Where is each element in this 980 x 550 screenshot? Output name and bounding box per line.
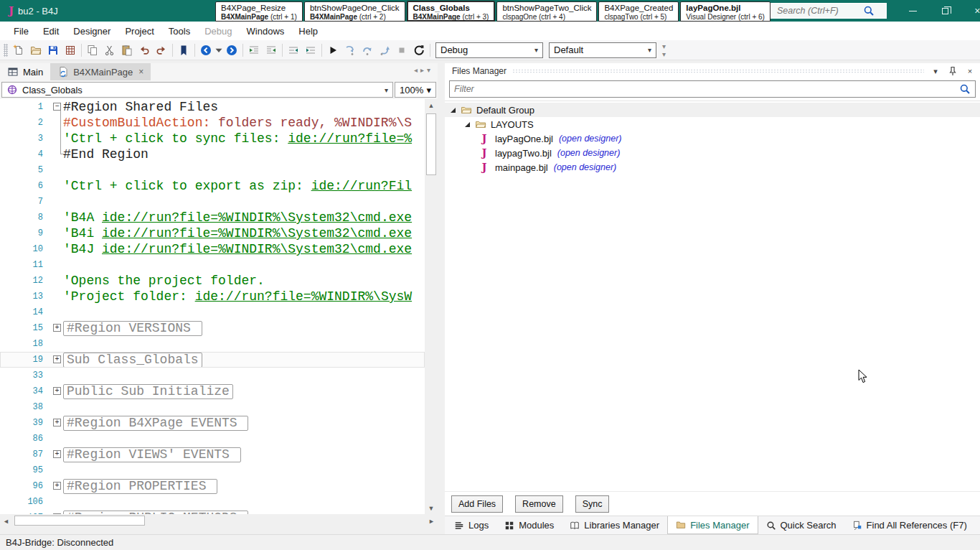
expand-icon[interactable]: + <box>53 513 61 514</box>
bookmark-tab-5[interactable]: B4XPage_CreatedclspagTwo (ctrl + 5) <box>598 1 679 22</box>
scroll-down-arrow[interactable]: ▼ <box>425 502 438 514</box>
code-line-14[interactable]: 14 <box>0 304 425 320</box>
code-line-19[interactable]: 19+Sub Class_Globals <box>0 352 425 368</box>
indent-button[interactable] <box>245 42 263 59</box>
code-line-106[interactable]: 106 <box>0 494 425 510</box>
code-line-95[interactable]: 95 <box>0 462 425 478</box>
code-line-39[interactable]: 39+#Region B4XPage EVENTS <box>0 415 425 431</box>
code-line-34[interactable]: 34+Public Sub Initialize <box>0 383 425 399</box>
code-line-7[interactable]: 7 <box>0 194 425 210</box>
build-config-select[interactable]: Debug▾ <box>435 42 543 58</box>
open-designer-link[interactable]: (open designer) <box>554 162 617 172</box>
menu-designer[interactable]: Designer <box>67 23 117 39</box>
expand-icon[interactable]: + <box>53 482 61 490</box>
bookmark-tab-1[interactable]: B4XPage_ResizeB4XMainPage (ctrl + 1) <box>215 1 303 22</box>
filter-input[interactable] <box>454 84 959 94</box>
expander-icon[interactable] <box>451 108 456 113</box>
module-selector-dropdown[interactable]: Class_Globals ▾ <box>1 82 393 98</box>
code-line-6[interactable]: 6'Ctrl + click to export as zip: ide://r… <box>0 178 425 194</box>
bottom-tab-modules[interactable]: Modules <box>496 516 562 534</box>
scroll-up-arrow[interactable]: ▲ <box>425 99 438 111</box>
redo-button[interactable] <box>153 42 170 59</box>
expand-icon[interactable]: + <box>53 387 61 395</box>
code-line-86[interactable]: 86 <box>0 431 425 447</box>
vertical-scroll-thumb[interactable] <box>426 113 436 175</box>
tab-nav-arrows[interactable]: ◂▸▾ <box>414 66 433 74</box>
horizontal-scroll-thumb[interactable] <box>14 516 145 526</box>
expand-icon[interactable]: + <box>53 419 61 427</box>
code-line-11[interactable]: 11 <box>0 257 425 273</box>
menu-edit[interactable]: Edit <box>37 23 65 39</box>
forward-button[interactable] <box>223 42 240 59</box>
tree-item-layouts[interactable]: LAYOUTS <box>445 117 980 131</box>
ide-run-link[interactable]: ide://run?file=%WINDIR%\System32\cmd.exe <box>102 210 412 225</box>
collapsed-region-box[interactable]: #Region VERSIONS <box>63 321 202 336</box>
bookmark-tab-6[interactable]: layPagOne.bjlVisual Designer (ctrl + 6) <box>680 1 771 22</box>
expand-icon[interactable]: + <box>53 324 61 332</box>
undo-button[interactable] <box>136 42 153 59</box>
expand-icon[interactable]: + <box>53 355 61 363</box>
bookmark-button[interactable] <box>175 42 192 59</box>
panel-grip[interactable] <box>512 69 924 73</box>
back-button[interactable] <box>197 42 215 59</box>
menu-tools[interactable]: Tools <box>162 23 197 39</box>
code-line-15[interactable]: 15+#Region VERSIONS <box>0 320 425 336</box>
editor-horizontal-scrollbar[interactable]: ◄ ► <box>0 515 438 527</box>
collapsed-region-box[interactable]: Sub Class_Globals <box>63 353 202 368</box>
ide-run-link[interactable]: ide://run?file=%WINDIR%\SysW <box>195 289 412 304</box>
bottom-tab-find-all-references-f7-[interactable]: Find All References (F7) <box>844 516 975 534</box>
bottom-tab-quick-search[interactable]: Quick Search <box>758 516 844 534</box>
tab-close-icon[interactable]: × <box>138 67 143 77</box>
tree-item-laypagone-bjl[interactable]: JlayPagOne.bjl(open designer) <box>445 131 980 146</box>
bottom-tab-files-manager[interactable]: Files Manager <box>667 516 758 534</box>
ide-run-link[interactable]: ide://run?Fil <box>311 179 412 193</box>
code-line-107[interactable]: 107+#Region PUBLIC METHODS <box>0 510 425 514</box>
close-button[interactable]: × <box>961 0 980 22</box>
collapse-icon[interactable]: − <box>53 103 61 111</box>
panel-close-icon[interactable]: × <box>964 67 976 75</box>
menu-project[interactable]: Project <box>118 23 160 39</box>
caret-down-button[interactable] <box>215 42 223 59</box>
sync-button[interactable]: Sync <box>575 495 610 513</box>
rebuild-button[interactable] <box>410 42 428 59</box>
code-line-13[interactable]: 13'Project folder: ide://run?file=%WINDI… <box>0 289 425 304</box>
step-over-button[interactable] <box>359 42 376 59</box>
run-button[interactable] <box>324 42 341 59</box>
tree-item-mainpage-bjl[interactable]: Jmainpage.bjl(open designer) <box>445 160 980 174</box>
search-input[interactable] <box>777 6 863 16</box>
editor-tab-b4xmainpage[interactable]: B4XMainPage× <box>50 63 151 80</box>
titlebar-search[interactable] <box>771 3 887 19</box>
expand-icon[interactable]: + <box>53 450 61 458</box>
comment-add-button[interactable] <box>285 42 302 59</box>
zoom-dropdown[interactable]: 100% ▾ <box>395 82 436 98</box>
code-line-38[interactable]: 38 <box>0 399 425 415</box>
editor-vertical-scrollbar[interactable]: ▲ ▼ <box>425 99 438 514</box>
filter-box[interactable] <box>449 80 976 98</box>
open-folder-button[interactable] <box>27 42 44 59</box>
code-line-18[interactable]: 18 <box>0 336 425 352</box>
remove-button[interactable]: Remove <box>515 495 563 513</box>
code-line-33[interactable]: 33 <box>0 368 425 383</box>
open-designer-link[interactable]: (open designer) <box>557 148 621 158</box>
collapsed-region-box[interactable]: #Region VIEWS' EVENTS <box>63 447 241 462</box>
search-icon[interactable] <box>863 5 875 17</box>
menu-file[interactable]: File <box>7 23 35 39</box>
code-line-5[interactable]: 5 <box>0 162 425 178</box>
tree-item-laypagtwo-bjl[interactable]: JlaypagTwo.bjl(open designer) <box>445 146 980 160</box>
files-manager-header[interactable]: Files Manager ▾ × <box>445 63 980 79</box>
pin-icon[interactable] <box>947 65 958 77</box>
code-line-87[interactable]: 87+#Region VIEWS' EVENTS <box>0 447 425 462</box>
menu-windows[interactable]: Windows <box>240 23 291 39</box>
code-line-10[interactable]: 10'B4J ide://run?file=%WINDIR%\System32\… <box>0 241 425 257</box>
code-editor[interactable]: 1−#Region Shared Files2#CustomBuildActio… <box>0 99 438 514</box>
copy-button[interactable] <box>84 42 101 59</box>
step-out-button[interactable] <box>376 42 393 59</box>
tree-item-default-group[interactable]: Default Group <box>445 103 980 117</box>
ide-run-link[interactable]: ide://run?file=%WINDIR%\System32\cmd.exe <box>102 226 412 241</box>
comment-remove-button[interactable] <box>302 42 319 59</box>
ide-run-link[interactable]: ide://run?file=% <box>288 131 412 146</box>
toolbar-overflow-icon[interactable]: ▾▾ <box>662 42 666 58</box>
panel-menu-chevron-icon[interactable]: ▾ <box>930 67 941 76</box>
scroll-left-arrow[interactable]: ◄ <box>0 515 12 527</box>
bottom-tab-logs[interactable]: Logs <box>446 516 496 534</box>
